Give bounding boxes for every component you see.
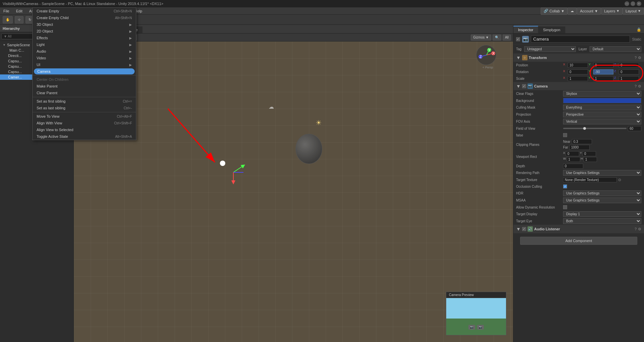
depth-value bbox=[563, 164, 641, 169]
scale-y-input[interactable] bbox=[593, 76, 613, 81]
all-button[interactable]: All bbox=[503, 35, 511, 41]
rot-z-input[interactable] bbox=[619, 69, 639, 74]
projection-select[interactable]: Perspective bbox=[563, 112, 641, 117]
pos-y-input[interactable] bbox=[593, 63, 613, 68]
target-texture-pick-icon[interactable]: ⊙ bbox=[618, 178, 621, 182]
scale-x-input[interactable] bbox=[568, 76, 588, 81]
menu-edit[interactable]: Edit bbox=[13, 7, 26, 14]
target-texture-row: Target Texture ⊙ bbox=[513, 176, 644, 183]
camera-enabled-checkbox[interactable] bbox=[522, 84, 526, 88]
ctx-make-parent[interactable]: Make Parent bbox=[33, 83, 136, 90]
target-texture-input[interactable] bbox=[563, 177, 617, 182]
layers-button[interactable]: Layers ▼ bbox=[601, 7, 623, 15]
add-component-button[interactable]: Add Component bbox=[520, 237, 637, 245]
audio-settings-icon[interactable]: ⚙ bbox=[638, 227, 641, 231]
gizmos-button[interactable]: Gizmos ▼ bbox=[471, 35, 491, 41]
ctx-light[interactable]: Light ▶ bbox=[33, 41, 136, 48]
hand-tool[interactable]: ✋ bbox=[3, 16, 13, 23]
target-display-select[interactable]: Display 1 bbox=[563, 211, 641, 217]
collab-button[interactable]: 🔗 Collab ▼ bbox=[541, 7, 567, 15]
account-button[interactable]: Account ▼ bbox=[577, 7, 601, 15]
target-eye-select[interactable]: Both bbox=[563, 218, 641, 224]
hdr-select[interactable]: Use Graphics Settings bbox=[563, 190, 641, 196]
scene-view[interactable]: X Y Z < Persp ☀ ☁ ✦ bbox=[74, 42, 513, 342]
ctx-create-empty[interactable]: Create Empty Ctrl+Shift+N bbox=[33, 8, 136, 14]
audio-enabled-checkbox[interactable] bbox=[522, 227, 526, 231]
ctx-create-empty-child[interactable]: Create Empty Child Alt+Shift+N bbox=[33, 14, 136, 21]
depth-input[interactable] bbox=[563, 164, 583, 169]
clear-flags-select[interactable]: Skybox bbox=[563, 91, 641, 97]
object-name-input[interactable] bbox=[531, 36, 630, 43]
audio-listener-header[interactable]: ▼ 🔊 Audio Listener ? ⚙ bbox=[513, 225, 644, 233]
menu-file[interactable]: File bbox=[0, 7, 13, 14]
close-button[interactable]: ✕ bbox=[637, 1, 641, 6]
camera-question-icon[interactable]: ? bbox=[635, 84, 637, 89]
ctx-clear-parent[interactable]: Clear Parent bbox=[33, 90, 136, 96]
vp-h-input[interactable] bbox=[584, 157, 597, 162]
gizmo-circle: X Y Z bbox=[476, 45, 496, 65]
maximize-button[interactable]: □ bbox=[631, 1, 635, 6]
transform-question-icon[interactable]: ? bbox=[635, 56, 637, 60]
ctx-set-last-sibling[interactable]: Set as last sibling Ctrl+- bbox=[33, 105, 136, 111]
ctx-audio[interactable]: Audio ▶ bbox=[33, 48, 136, 55]
vp-w-input[interactable] bbox=[567, 157, 580, 162]
audio-listener-icon: 🔊 bbox=[527, 226, 533, 232]
vp-x-input[interactable] bbox=[566, 151, 579, 156]
ctx-camera[interactable]: Camera bbox=[34, 68, 135, 74]
ctx-ui[interactable]: UI ▶ bbox=[33, 61, 136, 68]
search-scene-button[interactable]: 🔍 bbox=[493, 35, 501, 41]
ctx-effects[interactable]: Effects ▶ bbox=[33, 35, 136, 41]
near-input[interactable] bbox=[572, 139, 592, 144]
pos-y-label: Y bbox=[589, 63, 593, 68]
cloud-button[interactable]: ☁ bbox=[567, 7, 577, 15]
transform-header[interactable]: ▼ ⊹ Transform ? ⚙ bbox=[513, 54, 644, 62]
ctx-toggle-active-state[interactable]: Toggle Active State Alt+Shift+A bbox=[33, 133, 136, 140]
msaa-select[interactable]: Use Graphics Settings bbox=[563, 197, 641, 203]
audio-question-icon[interactable]: ? bbox=[635, 227, 637, 231]
ctx-center-on-children[interactable]: Center On Children bbox=[33, 76, 136, 83]
transform-settings-icon[interactable]: ⚙ bbox=[638, 56, 641, 60]
rendering-path-select[interactable]: Use Graphics Settings bbox=[563, 170, 641, 176]
layout-button[interactable]: Layout ▼ bbox=[623, 7, 644, 15]
allow-dynamic-res-checkbox[interactable] bbox=[563, 205, 567, 209]
rot-x-input[interactable] bbox=[568, 69, 588, 74]
pos-x-input[interactable] bbox=[568, 63, 588, 68]
ctx-set-first-sibling[interactable]: Set as first sibling Ctrl+= bbox=[33, 98, 136, 105]
expand-icon: ▼ bbox=[3, 43, 6, 47]
background-color-swatch[interactable] bbox=[563, 98, 641, 103]
pos-z-input[interactable] bbox=[619, 63, 639, 68]
ctx-3d-object[interactable]: 3D Object ▶ bbox=[33, 21, 136, 28]
vp-y-input[interactable] bbox=[583, 151, 596, 156]
occlusion-culling-checkbox[interactable] bbox=[563, 184, 567, 188]
culling-mask-select[interactable]: Everything bbox=[563, 105, 641, 110]
fov-slider[interactable] bbox=[563, 128, 627, 129]
object-enabled-checkbox[interactable] bbox=[516, 37, 520, 41]
camera-header[interactable]: ▼ 📷 Camera ? ⚙ bbox=[513, 82, 644, 90]
layer-select[interactable]: Default bbox=[590, 46, 641, 52]
position-values: X Y Z bbox=[563, 63, 641, 68]
move-tool[interactable]: ⊹ bbox=[15, 16, 24, 23]
tab-simplygon[interactable]: Simplygon bbox=[538, 26, 565, 33]
inspector-lock-icon[interactable]: 🔒 bbox=[634, 26, 644, 33]
rot-y-input[interactable] bbox=[593, 69, 613, 74]
physical-camera-checkbox[interactable] bbox=[563, 133, 567, 137]
ctx-2d-object[interactable]: 2D Object ▶ bbox=[33, 28, 136, 35]
far-input[interactable] bbox=[569, 145, 590, 150]
ctx-align-view-to-selected[interactable]: Align View to Selected bbox=[33, 126, 136, 133]
tab-inspector[interactable]: Inspector bbox=[513, 26, 538, 33]
fov-input[interactable] bbox=[628, 126, 641, 131]
ctx-move-to-view[interactable]: Move To View Ctrl+Alt+F bbox=[33, 113, 136, 120]
scale-z-input[interactable] bbox=[619, 76, 639, 81]
ctx-video-arrow: ▶ bbox=[129, 56, 132, 60]
hdr-label: HDR bbox=[516, 191, 563, 195]
minimize-button[interactable]: — bbox=[625, 1, 629, 6]
tag-select[interactable]: Untagged bbox=[524, 46, 576, 52]
ctx-set-last-sibling-label: Set as last sibling bbox=[37, 106, 65, 110]
ctx-align-with-view[interactable]: Align With View Ctrl+Shift+F bbox=[33, 120, 136, 126]
allow-dynamic-res-value bbox=[563, 205, 641, 209]
background-label: Background bbox=[516, 99, 563, 103]
fov-axis-select[interactable]: Vertical bbox=[563, 119, 641, 124]
ctx-video[interactable]: Video ▶ bbox=[33, 55, 136, 61]
camera-settings-icon[interactable]: ⚙ bbox=[638, 84, 641, 89]
background-value bbox=[563, 98, 641, 103]
